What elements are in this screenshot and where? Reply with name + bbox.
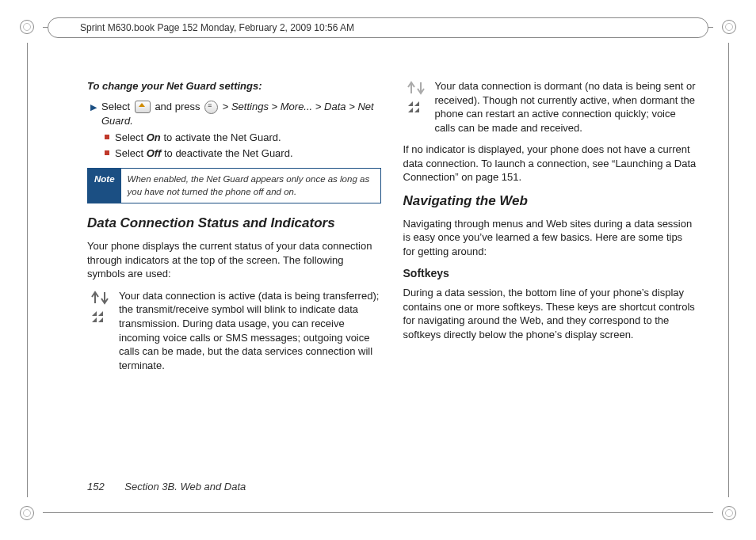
note-label: Note [88, 169, 121, 203]
substep-row: Select Off to deactivate the Net Guard. [105, 146, 381, 161]
text-fragment: Select [101, 101, 133, 112]
data-dormant-icon [403, 79, 430, 135]
page-number: 152 [87, 481, 105, 492]
indicator-row-dormant: Your data connection is dormant (no data… [403, 79, 697, 135]
running-header: Sprint M630.book Page 152 Monday, Februa… [48, 17, 708, 38]
section-heading: Data Connection Status and Indicators [87, 215, 381, 233]
substep-row: Select On to activate the Net Guard. [105, 131, 381, 145]
subsection-heading: Softkeys [403, 266, 697, 281]
svg-marker-6 [408, 108, 413, 112]
substep-text: Select Off to deactivate the Net Guard. [115, 146, 293, 161]
bullet-square-icon [105, 150, 109, 155]
substep-text: Select On to activate the Net Guard. [115, 131, 281, 145]
menu-key-icon [204, 101, 218, 114]
corner-ornament-icon [722, 506, 736, 520]
text-fragment: Select [115, 147, 147, 159]
nav-settings: Settings [231, 101, 269, 112]
step-text: Select and press > Settings > More... > … [101, 100, 381, 128]
indicator-dormant-text: Your data connection is dormant (no data… [435, 79, 697, 135]
svg-marker-3 [98, 318, 103, 322]
note-text: When enabled, the Net Guard appears only… [121, 169, 380, 203]
body-paragraph: During a data session, the bottom line o… [403, 286, 697, 341]
option-on: On [147, 131, 161, 143]
nav-more: More... [281, 101, 312, 112]
svg-marker-7 [414, 108, 419, 112]
bullet-square-icon [105, 135, 109, 139]
left-column: To change your Net Guard settings: ▶ Sel… [87, 79, 381, 477]
running-header-text: Sprint M630.book Page 152 Monday, Februa… [80, 21, 354, 34]
step-arrow-icon: ▶ [90, 100, 97, 128]
home-key-icon [135, 101, 151, 113]
indicator-row-active: Your data connection is active (data is … [87, 289, 381, 372]
crop-mark [43, 512, 713, 513]
nav-sep: > [315, 101, 324, 112]
section-heading: Navigating the Web [403, 192, 697, 211]
corner-ornament-icon [20, 506, 34, 520]
step-row: ▶ Select and press > Settings > More... … [90, 100, 381, 128]
data-active-icon [87, 289, 114, 372]
nav-data: Data [324, 101, 346, 112]
text-fragment: Select [115, 131, 147, 143]
text-fragment: to activate the Net Guard. [163, 131, 281, 143]
svg-marker-5 [414, 101, 419, 106]
nav-sep: > [349, 101, 357, 112]
corner-ornament-icon [20, 20, 34, 34]
svg-marker-0 [92, 311, 97, 316]
text-fragment: > [223, 101, 231, 112]
body-paragraph: Navigating through menus and Web sites d… [403, 217, 697, 259]
svg-marker-1 [98, 311, 103, 316]
corner-ornament-icon [722, 20, 736, 34]
svg-marker-2 [92, 318, 97, 322]
page-footer: 152 Section 3B. Web and Data [87, 480, 246, 494]
note-box: Note When enabled, the Net Guard appears… [87, 168, 381, 203]
svg-marker-4 [408, 101, 413, 106]
option-off: Off [147, 147, 162, 159]
instruction-heading: To change your Net Guard settings: [87, 79, 381, 93]
body-paragraph: If no indicator is displayed, your phone… [403, 143, 697, 184]
crop-mark [728, 43, 729, 497]
text-fragment: and press [155, 101, 203, 112]
body-paragraph: Your phone displays the current status o… [87, 239, 381, 281]
text-fragment: to deactivate the Net Guard. [164, 147, 293, 159]
right-column: Your data connection is dormant (no data… [403, 79, 697, 477]
crop-mark [27, 43, 28, 497]
indicator-active-text: Your data connection is active (data is … [119, 289, 381, 372]
footer-section: Section 3B. Web and Data [124, 481, 246, 492]
nav-sep: > [272, 101, 281, 112]
